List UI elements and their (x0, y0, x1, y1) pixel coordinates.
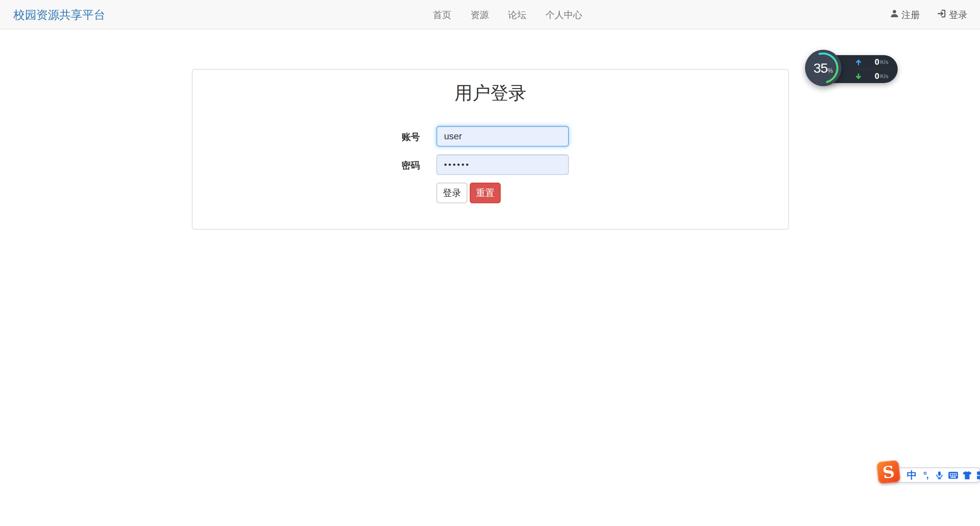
register-link[interactable]: 注册 (890, 9, 920, 21)
download-unit: K/s (879, 73, 892, 79)
boost-percent-circle[interactable]: 35% (805, 50, 841, 86)
upload-unit: K/s (879, 59, 892, 65)
reset-button[interactable]: 重置 (470, 183, 501, 203)
login-card: 用户登录 账号 密码 登录 重置 (192, 69, 789, 230)
nav-item-home[interactable]: 首页 (423, 0, 461, 29)
page: 校园资源共享平台 首页 资源 论坛 个人中心 注册 (0, 0, 980, 526)
card-title: 用户登录 (193, 81, 788, 105)
chinese-mode-icon[interactable]: 中 (905, 469, 919, 482)
nav-auth-links: 注册 登录 (890, 0, 967, 29)
toolbox-icon[interactable] (974, 471, 980, 480)
download-speed: 0 (863, 71, 879, 81)
upload-speed: 0 (863, 57, 879, 67)
download-arrow-icon (853, 73, 863, 80)
password-label: 密码 (193, 159, 420, 172)
register-label: 注册 (902, 9, 920, 21)
punctuation-icon[interactable]: °, (919, 470, 933, 480)
login-button[interactable]: 登录 (436, 183, 467, 203)
account-label: 账号 (193, 131, 420, 143)
skin-icon[interactable] (960, 471, 974, 480)
account-input[interactable] (436, 126, 569, 147)
nav-item-profile[interactable]: 个人中心 (536, 0, 592, 29)
boost-percent: 35% (805, 50, 841, 86)
nav-item-forum[interactable]: 论坛 (498, 0, 536, 29)
upload-arrow-icon (853, 59, 863, 65)
user-icon (890, 9, 899, 20)
login-icon (938, 9, 946, 20)
microphone-icon[interactable] (933, 470, 946, 480)
navbar: 校园资源共享平台 首页 资源 论坛 个人中心 注册 (0, 0, 980, 29)
soft-keyboard-icon[interactable] (946, 472, 960, 479)
download-row: 0 K/s (853, 69, 892, 83)
login-label: 登录 (949, 9, 967, 21)
login-link[interactable]: 登录 (938, 9, 967, 21)
sogou-logo[interactable]: S (876, 460, 901, 484)
nav-item-resources[interactable]: 资源 (461, 0, 498, 29)
upload-row: 0 K/s (853, 55, 892, 69)
ime-toolbar: 中 °, (877, 461, 980, 484)
brand-link[interactable]: 校园资源共享平台 (13, 0, 105, 29)
password-input[interactable] (436, 154, 569, 175)
nav-menu: 首页 资源 论坛 个人中心 (423, 0, 592, 29)
net-speed-widget[interactable]: 0 K/s 0 K/s (805, 50, 874, 86)
